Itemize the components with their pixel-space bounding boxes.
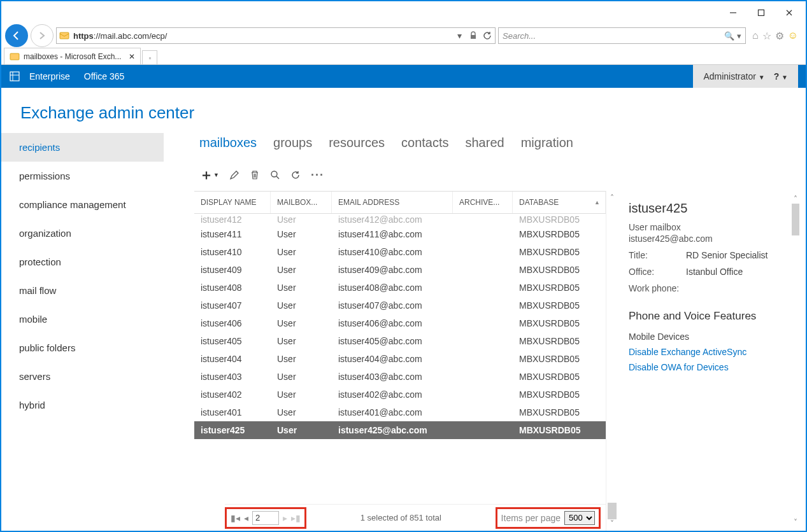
browser-window: https://mail.abc.com/ecp/ ▾ Search... 🔍 … bbox=[0, 0, 807, 532]
first-page-icon[interactable]: ▮◂ bbox=[231, 513, 240, 523]
search-icon[interactable] bbox=[270, 170, 280, 180]
dropdown-icon[interactable]: ▾ bbox=[454, 31, 464, 41]
sidebar-item-permissions[interactable]: permissions bbox=[1, 162, 164, 190]
col-mailboxtype[interactable]: MAILBOX... bbox=[271, 192, 332, 213]
forward-button[interactable] bbox=[31, 24, 54, 47]
table-row[interactable]: istuser410Useristuser410@abc.comMBXUSRDB… bbox=[194, 243, 606, 261]
cell-db: MBXUSRDB05 bbox=[513, 372, 606, 382]
tab-contacts[interactable]: contacts bbox=[401, 136, 448, 150]
col-database[interactable]: DATABASE▲ bbox=[513, 192, 606, 213]
grid-body[interactable]: istuser412Useristuser412@abc.comMBXUSRDB… bbox=[194, 214, 606, 504]
prev-page-icon[interactable]: ◂ bbox=[244, 513, 248, 523]
grid-scrollbar[interactable]: ˄ ˅ bbox=[606, 191, 617, 531]
cell-name: istuser406 bbox=[194, 318, 271, 328]
tab-close-icon[interactable]: ✕ bbox=[129, 52, 135, 61]
refresh-icon[interactable] bbox=[482, 31, 492, 41]
table-row[interactable]: istuser404Useristuser404@abc.comMBXUSRDB… bbox=[194, 350, 606, 368]
admin-menu[interactable]: Administrator ▼ bbox=[703, 71, 764, 81]
table-row[interactable]: istuser411Useristuser411@abc.comMBXUSRDB… bbox=[194, 225, 606, 243]
scroll-up-icon[interactable]: ˄ bbox=[794, 195, 797, 204]
cell-type: User bbox=[271, 283, 332, 293]
refresh-icon[interactable] bbox=[290, 170, 301, 180]
add-icon[interactable]: ＋▼ bbox=[199, 165, 219, 185]
browser-search[interactable]: Search... 🔍 ▾ bbox=[498, 27, 746, 44]
sidebar-item-protection[interactable]: protection bbox=[1, 248, 164, 276]
scroll-down-icon[interactable]: ˅ bbox=[794, 518, 797, 527]
details-scrollbar[interactable]: ˄ ˅ bbox=[790, 195, 801, 527]
new-tab-button[interactable]: ▫ bbox=[142, 50, 157, 64]
office-value: Istanbul Office bbox=[686, 267, 743, 277]
disable-activesync-link[interactable]: Disable Exchange ActiveSync bbox=[629, 347, 796, 357]
col-archive[interactable]: ARCHIVE... bbox=[453, 192, 513, 213]
cell-name: istuser412 bbox=[194, 214, 271, 225]
sidebar-item-mailflow[interactable]: mail flow bbox=[1, 276, 164, 305]
col-email[interactable]: EMAIL ADDRESS bbox=[332, 192, 453, 213]
sidebar-item-recipients[interactable]: recipients bbox=[1, 133, 164, 162]
favorite-icon[interactable]: ☆ bbox=[762, 30, 771, 42]
tab-resources[interactable]: resources bbox=[329, 136, 385, 150]
more-icon[interactable]: ··· bbox=[311, 169, 324, 182]
disable-owa-link[interactable]: Disable OWA for Devices bbox=[629, 362, 796, 372]
search-icon[interactable]: 🔍 ▾ bbox=[724, 31, 741, 41]
tab-shared[interactable]: shared bbox=[466, 136, 504, 150]
page-title: Exchange admin center bbox=[1, 88, 806, 129]
office-icon[interactable] bbox=[9, 71, 20, 82]
minimize-button[interactable] bbox=[719, 4, 747, 22]
sidebar-item-servers[interactable]: servers bbox=[1, 362, 164, 391]
smiley-icon[interactable]: ☺ bbox=[788, 30, 798, 41]
cell-type: User bbox=[271, 214, 332, 225]
col-displayname[interactable]: DISPLAY NAME bbox=[194, 192, 271, 213]
page-number-input[interactable] bbox=[252, 511, 279, 525]
table-row[interactable]: istuser409Useristuser409@abc.comMBXUSRDB… bbox=[194, 261, 606, 279]
gear-icon[interactable]: ⚙ bbox=[775, 30, 784, 42]
scroll-thumb[interactable] bbox=[792, 204, 799, 235]
home-icon[interactable]: ⌂ bbox=[752, 30, 759, 41]
cell-type: User bbox=[271, 425, 332, 435]
tab-mailboxes[interactable]: mailboxes bbox=[199, 136, 257, 150]
last-page-icon[interactable]: ▸▮ bbox=[291, 513, 301, 523]
header-enterprise[interactable]: Enterprise bbox=[29, 71, 70, 81]
workphone-label: Work phone: bbox=[629, 283, 686, 293]
table-row[interactable]: istuser406Useristuser406@abc.comMBXUSRDB… bbox=[194, 314, 606, 332]
sidebar-item-mobile[interactable]: mobile bbox=[1, 305, 164, 333]
scroll-down-icon[interactable]: ˅ bbox=[610, 519, 614, 528]
tab-groups[interactable]: groups bbox=[273, 136, 312, 150]
cell-name: istuser408 bbox=[194, 283, 271, 293]
cell-email: istuser401@abc.com bbox=[332, 407, 453, 417]
sidebar-item-compliance[interactable]: compliance management bbox=[1, 190, 164, 219]
ipp-select[interactable]: 500 bbox=[564, 511, 595, 525]
delete-icon[interactable] bbox=[250, 170, 260, 180]
table-row[interactable]: istuser402Useristuser402@abc.comMBXUSRDB… bbox=[194, 386, 606, 403]
sidebar-item-publicfolders[interactable]: public folders bbox=[1, 333, 164, 362]
table-row[interactable]: istuser407Useristuser407@abc.comMBXUSRDB… bbox=[194, 297, 606, 314]
table-row[interactable]: istuser401Useristuser401@abc.comMBXUSRDB… bbox=[194, 403, 606, 421]
table-row[interactable]: istuser403Useristuser403@abc.comMBXUSRDB… bbox=[194, 368, 606, 386]
scroll-thumb[interactable] bbox=[608, 503, 617, 519]
cell-email: istuser409@abc.com bbox=[332, 265, 453, 275]
sidebar-item-hybrid[interactable]: hybrid bbox=[1, 391, 164, 419]
tab-migration[interactable]: migration bbox=[521, 136, 573, 150]
sidebar-item-organization[interactable]: organization bbox=[1, 219, 164, 248]
cell-db: MBXUSRDB05 bbox=[513, 247, 606, 257]
scroll-up-icon[interactable]: ˄ bbox=[610, 193, 614, 202]
next-page-icon[interactable]: ▸ bbox=[283, 513, 287, 523]
cell-email: istuser406@abc.com bbox=[332, 318, 453, 328]
table-row[interactable]: istuser405Useristuser405@abc.comMBXUSRDB… bbox=[194, 332, 606, 350]
header-office365[interactable]: Office 365 bbox=[84, 71, 125, 81]
help-menu[interactable]: ? ▼ bbox=[774, 71, 788, 81]
cell-name: istuser401 bbox=[194, 407, 271, 417]
back-button[interactable] bbox=[5, 24, 28, 47]
close-button[interactable] bbox=[775, 4, 803, 22]
svg-rect-5 bbox=[471, 35, 476, 39]
table-row[interactable]: istuser412Useristuser412@abc.comMBXUSRDB… bbox=[194, 214, 606, 225]
address-bar[interactable]: https://mail.abc.com/ecp/ ▾ bbox=[56, 27, 496, 44]
cell-name: istuser409 bbox=[194, 265, 271, 275]
content-area: recipients permissions compliance manage… bbox=[1, 129, 806, 531]
maximize-button[interactable] bbox=[747, 4, 775, 22]
cell-type: User bbox=[271, 318, 332, 328]
browser-tab[interactable]: mailboxes - Microsoft Exch... ✕ bbox=[4, 48, 141, 64]
edit-icon[interactable] bbox=[229, 170, 239, 180]
table-row[interactable]: istuser408Useristuser408@abc.comMBXUSRDB… bbox=[194, 279, 606, 297]
site-icon bbox=[59, 31, 69, 41]
table-row[interactable]: istuser425Useristuser425@abc.comMBXUSRDB… bbox=[194, 421, 606, 439]
